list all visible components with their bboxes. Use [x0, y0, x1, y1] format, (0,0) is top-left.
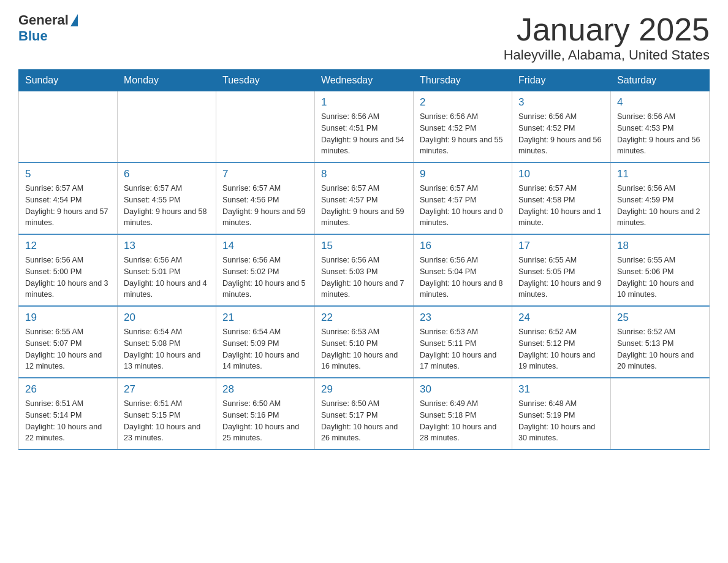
day-info: Sunrise: 6:55 AM Sunset: 5:07 PM Dayligh… [25, 326, 111, 372]
calendar-cell: 1Sunrise: 6:56 AM Sunset: 4:51 PM Daylig… [315, 91, 414, 163]
day-info: Sunrise: 6:57 AM Sunset: 4:54 PM Dayligh… [25, 183, 111, 229]
calendar-cell: 7Sunrise: 6:57 AM Sunset: 4:56 PM Daylig… [216, 163, 315, 234]
day-number: 16 [420, 240, 506, 252]
day-number: 11 [617, 168, 703, 180]
day-info: Sunrise: 6:50 AM Sunset: 5:17 PM Dayligh… [321, 398, 407, 444]
day-number: 12 [25, 240, 111, 252]
day-info: Sunrise: 6:57 AM Sunset: 4:57 PM Dayligh… [420, 183, 506, 229]
day-number: 20 [124, 312, 210, 324]
calendar-cell: 2Sunrise: 6:56 AM Sunset: 4:52 PM Daylig… [414, 91, 512, 163]
calendar-day-header-saturday: Saturday [611, 70, 710, 91]
day-info: Sunrise: 6:56 AM Sunset: 4:59 PM Dayligh… [617, 183, 703, 229]
calendar-cell: 24Sunrise: 6:52 AM Sunset: 5:12 PM Dayli… [512, 306, 611, 378]
location-text: Haleyville, Alabama, United States [504, 47, 710, 63]
day-number: 9 [420, 168, 506, 180]
day-info: Sunrise: 6:55 AM Sunset: 5:06 PM Dayligh… [617, 255, 703, 301]
day-number: 27 [124, 383, 210, 396]
day-info: Sunrise: 6:56 AM Sunset: 5:04 PM Dayligh… [420, 255, 506, 301]
calendar-cell: 12Sunrise: 6:56 AM Sunset: 5:00 PM Dayli… [19, 234, 118, 306]
calendar-cell: 21Sunrise: 6:54 AM Sunset: 5:09 PM Dayli… [216, 306, 315, 378]
calendar-day-header-tuesday: Tuesday [216, 70, 315, 91]
page-header: General Blue January 2025 Haleyville, Al… [18, 12, 710, 63]
day-number: 17 [518, 240, 604, 252]
day-info: Sunrise: 6:56 AM Sunset: 4:51 PM Dayligh… [321, 111, 407, 157]
calendar-cell: 19Sunrise: 6:55 AM Sunset: 5:07 PM Dayli… [19, 306, 118, 378]
calendar-cell: 14Sunrise: 6:56 AM Sunset: 5:02 PM Dayli… [216, 234, 315, 306]
calendar-cell: 25Sunrise: 6:52 AM Sunset: 5:13 PM Dayli… [611, 306, 710, 378]
day-number: 5 [25, 168, 111, 180]
day-info: Sunrise: 6:57 AM Sunset: 4:56 PM Dayligh… [222, 183, 308, 229]
day-number: 3 [518, 96, 604, 109]
calendar-cell: 26Sunrise: 6:51 AM Sunset: 5:14 PM Dayli… [19, 378, 118, 450]
day-number: 18 [617, 240, 703, 252]
calendar-header-row: SundayMondayTuesdayWednesdayThursdayFrid… [19, 70, 710, 91]
day-info: Sunrise: 6:50 AM Sunset: 5:16 PM Dayligh… [222, 398, 308, 444]
day-number: 31 [518, 383, 604, 396]
calendar-cell: 17Sunrise: 6:55 AM Sunset: 5:05 PM Dayli… [512, 234, 611, 306]
calendar-week-row: 5Sunrise: 6:57 AM Sunset: 4:54 PM Daylig… [19, 163, 710, 234]
calendar-cell [118, 91, 216, 163]
day-info: Sunrise: 6:48 AM Sunset: 5:19 PM Dayligh… [518, 398, 604, 444]
day-number: 1 [321, 96, 407, 109]
day-number: 28 [222, 383, 308, 396]
day-number: 30 [420, 383, 506, 396]
calendar-day-header-wednesday: Wednesday [315, 70, 414, 91]
calendar-day-header-friday: Friday [512, 70, 611, 91]
calendar-week-row: 26Sunrise: 6:51 AM Sunset: 5:14 PM Dayli… [19, 378, 710, 450]
calendar-cell: 20Sunrise: 6:54 AM Sunset: 5:08 PM Dayli… [118, 306, 216, 378]
day-number: 8 [321, 168, 407, 180]
day-info: Sunrise: 6:56 AM Sunset: 4:52 PM Dayligh… [518, 111, 604, 157]
calendar-day-header-monday: Monday [118, 70, 216, 91]
calendar-cell: 15Sunrise: 6:56 AM Sunset: 5:03 PM Dayli… [315, 234, 414, 306]
day-number: 13 [124, 240, 210, 252]
calendar-cell: 4Sunrise: 6:56 AM Sunset: 4:53 PM Daylig… [611, 91, 710, 163]
day-info: Sunrise: 6:57 AM Sunset: 4:58 PM Dayligh… [518, 183, 604, 229]
day-info: Sunrise: 6:52 AM Sunset: 5:13 PM Dayligh… [617, 326, 703, 372]
day-number: 6 [124, 168, 210, 180]
calendar-cell: 28Sunrise: 6:50 AM Sunset: 5:16 PM Dayli… [216, 378, 315, 450]
day-info: Sunrise: 6:56 AM Sunset: 5:03 PM Dayligh… [321, 255, 407, 301]
day-info: Sunrise: 6:54 AM Sunset: 5:08 PM Dayligh… [124, 326, 210, 372]
calendar-cell: 22Sunrise: 6:53 AM Sunset: 5:10 PM Dayli… [315, 306, 414, 378]
calendar-cell [19, 91, 118, 163]
day-info: Sunrise: 6:57 AM Sunset: 4:57 PM Dayligh… [321, 183, 407, 229]
calendar-day-header-thursday: Thursday [414, 70, 512, 91]
day-number: 4 [617, 96, 703, 109]
day-info: Sunrise: 6:56 AM Sunset: 4:53 PM Dayligh… [617, 111, 703, 157]
calendar-cell: 13Sunrise: 6:56 AM Sunset: 5:01 PM Dayli… [118, 234, 216, 306]
calendar-cell: 3Sunrise: 6:56 AM Sunset: 4:52 PM Daylig… [512, 91, 611, 163]
logo: General Blue [18, 12, 80, 44]
calendar-cell: 16Sunrise: 6:56 AM Sunset: 5:04 PM Dayli… [414, 234, 512, 306]
day-info: Sunrise: 6:56 AM Sunset: 4:52 PM Dayligh… [420, 111, 506, 157]
day-info: Sunrise: 6:51 AM Sunset: 5:15 PM Dayligh… [124, 398, 210, 444]
calendar-day-header-sunday: Sunday [19, 70, 118, 91]
calendar-cell: 9Sunrise: 6:57 AM Sunset: 4:57 PM Daylig… [414, 163, 512, 234]
day-info: Sunrise: 6:56 AM Sunset: 5:00 PM Dayligh… [25, 255, 111, 301]
calendar-cell: 29Sunrise: 6:50 AM Sunset: 5:17 PM Dayli… [315, 378, 414, 450]
logo-blue-text: Blue [18, 28, 48, 44]
day-info: Sunrise: 6:51 AM Sunset: 5:14 PM Dayligh… [25, 398, 111, 444]
calendar-week-row: 12Sunrise: 6:56 AM Sunset: 5:00 PM Dayli… [19, 234, 710, 306]
day-info: Sunrise: 6:56 AM Sunset: 5:02 PM Dayligh… [222, 255, 308, 301]
day-number: 15 [321, 240, 407, 252]
day-info: Sunrise: 6:53 AM Sunset: 5:10 PM Dayligh… [321, 326, 407, 372]
day-info: Sunrise: 6:55 AM Sunset: 5:05 PM Dayligh… [518, 255, 604, 301]
calendar-cell: 5Sunrise: 6:57 AM Sunset: 4:54 PM Daylig… [19, 163, 118, 234]
title-section: January 2025 Haleyville, Alabama, United… [504, 12, 710, 63]
day-info: Sunrise: 6:56 AM Sunset: 5:01 PM Dayligh… [124, 255, 210, 301]
calendar-cell: 6Sunrise: 6:57 AM Sunset: 4:55 PM Daylig… [118, 163, 216, 234]
calendar-week-row: 19Sunrise: 6:55 AM Sunset: 5:07 PM Dayli… [19, 306, 710, 378]
calendar-cell: 30Sunrise: 6:49 AM Sunset: 5:18 PM Dayli… [414, 378, 512, 450]
day-info: Sunrise: 6:52 AM Sunset: 5:12 PM Dayligh… [518, 326, 604, 372]
day-number: 19 [25, 312, 111, 324]
calendar-cell: 8Sunrise: 6:57 AM Sunset: 4:57 PM Daylig… [315, 163, 414, 234]
day-number: 25 [617, 312, 703, 324]
calendar-cell: 11Sunrise: 6:56 AM Sunset: 4:59 PM Dayli… [611, 163, 710, 234]
day-info: Sunrise: 6:49 AM Sunset: 5:18 PM Dayligh… [420, 398, 506, 444]
day-number: 24 [518, 312, 604, 324]
day-number: 29 [321, 383, 407, 396]
day-number: 2 [420, 96, 506, 109]
day-number: 23 [420, 312, 506, 324]
calendar-cell [216, 91, 315, 163]
day-number: 22 [321, 312, 407, 324]
